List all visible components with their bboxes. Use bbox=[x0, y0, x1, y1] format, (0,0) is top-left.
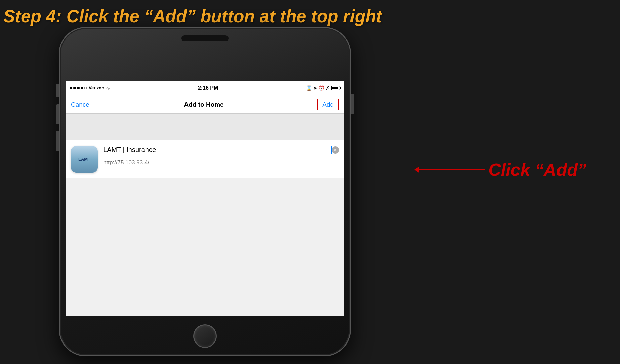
status-time: 2:16 PM bbox=[198, 85, 218, 91]
phone-screen: Verizon ∿ 2:16 PM ⌛ ➤ ⏰ ✗ Cancel Add to … bbox=[66, 81, 344, 316]
volume-down-button bbox=[56, 131, 59, 151]
cancel-button[interactable]: Cancel bbox=[71, 101, 91, 108]
camera-notch bbox=[181, 35, 229, 41]
status-right: ⌛ ➤ ⏰ ✗ bbox=[306, 85, 340, 91]
app-url-field: http://75.103.93.4/ bbox=[103, 159, 339, 166]
app-icon: LAMT bbox=[71, 146, 98, 173]
power-button bbox=[351, 94, 354, 114]
signal-strength bbox=[70, 87, 87, 89]
app-icon-text: LAMT bbox=[78, 157, 90, 162]
signal-dot-4 bbox=[81, 87, 83, 89]
clear-button[interactable]: ✕ bbox=[332, 146, 339, 154]
home-button[interactable] bbox=[193, 324, 217, 348]
text-fields: LAMT | Insurance ✕ http://75.103.93.4/ bbox=[103, 146, 339, 166]
signal-dot-2 bbox=[73, 87, 76, 89]
battery-fill bbox=[332, 87, 338, 89]
signal-dot-1 bbox=[70, 87, 72, 89]
location-icon: ➤ bbox=[313, 85, 317, 91]
silent-switch bbox=[56, 84, 59, 97]
annotation-area: Click “Add” bbox=[418, 160, 586, 180]
gray-separator bbox=[66, 114, 344, 140]
wifi-icon: ∿ bbox=[106, 85, 110, 91]
nav-bar: Cancel Add to Home Add bbox=[66, 95, 344, 114]
phone-body: Verizon ∿ 2:16 PM ⌛ ➤ ⏰ ✗ Cancel Add to … bbox=[59, 27, 351, 356]
nav-title: Add to Home bbox=[184, 101, 224, 108]
app-name-field[interactable]: LAMT | Insurance ✕ bbox=[103, 146, 339, 156]
volume-up-button bbox=[56, 104, 59, 124]
carrier-name: Verizon bbox=[89, 85, 104, 90]
status-left: Verizon ∿ bbox=[70, 85, 110, 91]
bluetooth-icon: ✗ bbox=[326, 85, 330, 91]
alarm-icon: ⏰ bbox=[319, 85, 324, 91]
arrow-line bbox=[418, 169, 485, 170]
step-title: Step 4: Click the “Add” button at the to… bbox=[3, 6, 382, 26]
content-area: LAMT LAMT | Insurance ✕ http://75.103.93… bbox=[66, 140, 344, 178]
status-bar: Verizon ∿ 2:16 PM ⌛ ➤ ⏰ ✗ bbox=[66, 81, 344, 95]
app-name-text: LAMT | Insurance bbox=[103, 146, 331, 154]
battery-indicator bbox=[331, 86, 340, 90]
lock-rotate-icon: ⌛ bbox=[306, 85, 312, 91]
click-add-label: Click “Add” bbox=[488, 160, 586, 180]
signal-dot-5 bbox=[84, 87, 87, 89]
add-button[interactable]: Add bbox=[317, 99, 339, 110]
signal-dot-3 bbox=[77, 87, 80, 89]
